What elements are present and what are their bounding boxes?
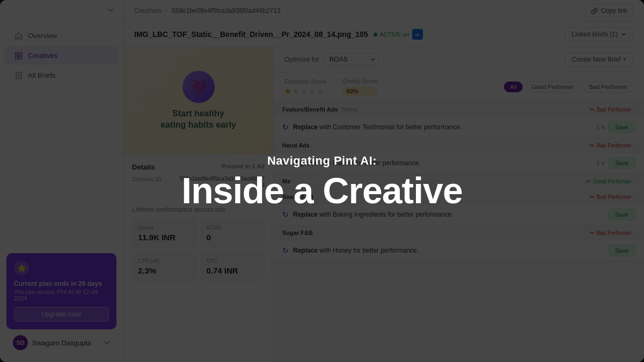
overlay: Navigating Pint AI: Inside a Creative — [0, 0, 644, 362]
overlay-title: Inside a Creative — [181, 172, 462, 209]
overlay-subtitle: Navigating Pint AI: — [267, 154, 377, 168]
